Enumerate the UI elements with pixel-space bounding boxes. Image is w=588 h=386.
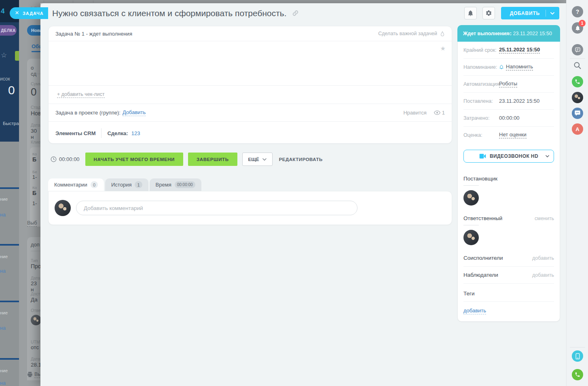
phone-handset-icon <box>575 372 580 378</box>
crm-divider <box>101 128 102 138</box>
background-tick <box>44 0 44 3</box>
chevron-down-icon <box>262 158 267 161</box>
crm-deal-link[interactable]: 123 <box>131 130 140 136</box>
background-label: Клие <box>31 140 40 144</box>
call-button[interactable] <box>572 76 583 87</box>
reminder-row: Напоминание: Напомнить <box>463 59 554 76</box>
task-project-row: Задача в проекте (группе): Добавить Нрав… <box>49 104 452 122</box>
background-green-badge <box>15 51 19 61</box>
robots-link[interactable]: Роботы <box>499 81 517 87</box>
search-icon <box>573 62 582 70</box>
like-button[interactable]: Нравится <box>403 110 426 116</box>
background-label: Бе <box>32 170 37 174</box>
notifications-button[interactable] <box>464 7 477 19</box>
background-list-fragment: исок <box>0 76 10 82</box>
favorite-star-icon[interactable]: ★ <box>440 45 446 52</box>
background-row-bar <box>0 301 19 302</box>
change-responsible-link[interactable]: сменить <box>535 216 554 221</box>
notification-badge: 1 <box>579 20 586 27</box>
profile-button[interactable]: A <box>572 123 583 135</box>
background-avatar <box>31 315 41 325</box>
background-label: Отве <box>31 308 40 313</box>
background-label: UTM <box>31 339 40 344</box>
chevron-down-icon <box>546 155 549 157</box>
status-since: с 23.11.2022 15:50 <box>509 31 552 36</box>
add-coexecutor-link[interactable]: добавить <box>532 255 554 261</box>
right-icon-rail: ? 1 A <box>566 0 588 386</box>
background-value: 23 н <box>31 280 40 293</box>
add-button-divider <box>546 10 546 17</box>
background-row-bar <box>0 358 19 360</box>
background-label: Дост <box>31 291 40 296</box>
tags-label: Теги <box>463 291 474 297</box>
tab-time[interactable]: Время 00:00:00 <box>150 178 201 191</box>
background-row-link: на <box>0 212 6 218</box>
more-actions-button[interactable]: ЕЩЁ <box>242 153 273 166</box>
start-time-tracking-button[interactable]: НАЧАТЬ УЧЕТ МОЕГО ВРЕМЕНИ <box>85 153 183 166</box>
slider-close-button[interactable]: × ЗАДАЧА <box>10 7 48 19</box>
rail-user-avatar[interactable] <box>572 92 583 103</box>
task-status-header: Ждет выполнения с 23.11.2022 15:50 <box>457 25 560 42</box>
background-star-fragment: ☆ <box>1 51 7 59</box>
background-quick-fragment: Быстрая <box>3 121 21 126</box>
add-observer-link[interactable]: добавить <box>532 272 554 278</box>
page-title: Нужно связаться с клиентом и сформироват… <box>52 8 287 18</box>
task-actions-row: 00:00:00 НАЧАТЬ УЧЕТ МОЕГО ВРЕМЕНИ ЗАВЕР… <box>51 153 323 166</box>
timer-value: 00:00:00 <box>59 156 80 162</box>
add-tag-link[interactable]: добавить <box>463 308 486 314</box>
make-important-button[interactable]: Сделать важной задачей <box>378 31 445 37</box>
automation-label: Автоматизация: <box>463 81 499 87</box>
finish-task-button[interactable]: ЗАВЕРШИТЬ <box>188 153 237 166</box>
reminder-link[interactable]: Напомнить <box>506 64 533 70</box>
settings-button[interactable] <box>482 7 495 19</box>
background-choose-link: Выб <box>27 220 37 227</box>
edit-task-button[interactable]: РЕДАКТИРОВАТЬ <box>279 157 323 162</box>
background-row-link: на <box>0 380 6 386</box>
background-label: Тип <box>31 258 38 263</box>
background-label: Ко <box>32 152 37 156</box>
tab-comments[interactable]: Комментарии 0 <box>48 178 104 191</box>
rating-row: Оценка: Нет оценки <box>463 127 554 143</box>
task-card: Задача № 1 - ждет выполнения Сделать важ… <box>48 26 452 144</box>
tab-history[interactable]: История 1 <box>105 178 148 191</box>
rating-value[interactable]: Нет оценки <box>499 131 527 138</box>
search-button[interactable] <box>573 62 582 71</box>
coexecutors-label: Соисполнители <box>463 255 503 261</box>
tab-comments-label: Комментарии <box>54 182 87 188</box>
add-checklist-button[interactable]: + добавить чек-лист <box>49 86 452 104</box>
chat-button[interactable] <box>572 108 583 119</box>
originator-avatar[interactable] <box>463 190 479 206</box>
mobile-app-button[interactable] <box>572 350 583 362</box>
tags-row: Теги <box>463 290 554 302</box>
project-label: Задача в проекте (группе): <box>55 110 121 116</box>
add-checklist-label: + добавить чек-лист <box>57 91 105 98</box>
tab-history-label: История <box>111 182 131 188</box>
help-button[interactable]: ? <box>572 6 583 17</box>
like-views-group: Нравится 1 <box>403 110 445 116</box>
responsible-header-row: Ответственный сменить <box>463 215 554 221</box>
section-divider <box>463 225 479 225</box>
background-divider <box>31 74 40 74</box>
add-button[interactable]: ДОБАВИТЬ <box>501 7 559 19</box>
reminder-bell-icon <box>499 64 504 70</box>
feed-button[interactable] <box>572 44 583 55</box>
created-row: Поставлена: 23.11.2022 15:50 <box>463 93 554 110</box>
add-button-label: ДОБАВИТЬ <box>510 11 540 16</box>
background-value: 1- <box>32 174 37 180</box>
responsible-avatar[interactable] <box>463 230 479 245</box>
deadline-value[interactable]: 25.11.2022 15:50 <box>499 47 540 53</box>
copy-link-icon[interactable] <box>292 10 298 16</box>
task-details-panel: Ждет выполнения с 23.11.2022 15:50 Крайн… <box>457 25 560 322</box>
make-important-label: Сделать важной задачей <box>378 31 437 36</box>
background-row-text: ние <box>0 254 8 259</box>
flame-icon <box>440 31 445 37</box>
video-call-button[interactable]: ВИДЕОЗВОНОК HD <box>463 150 554 163</box>
telephony-button[interactable] <box>572 369 583 380</box>
background-value: Да <box>31 297 38 303</box>
comment-input[interactable] <box>76 201 357 215</box>
background-row-link: на <box>0 268 6 274</box>
project-add-link[interactable]: Добавить <box>123 109 146 116</box>
tab-time-label: Время <box>156 182 171 188</box>
slider-topbar: Нужно связаться с клиентом и сформироват… <box>40 3 566 23</box>
background-row-bar <box>0 244 19 246</box>
